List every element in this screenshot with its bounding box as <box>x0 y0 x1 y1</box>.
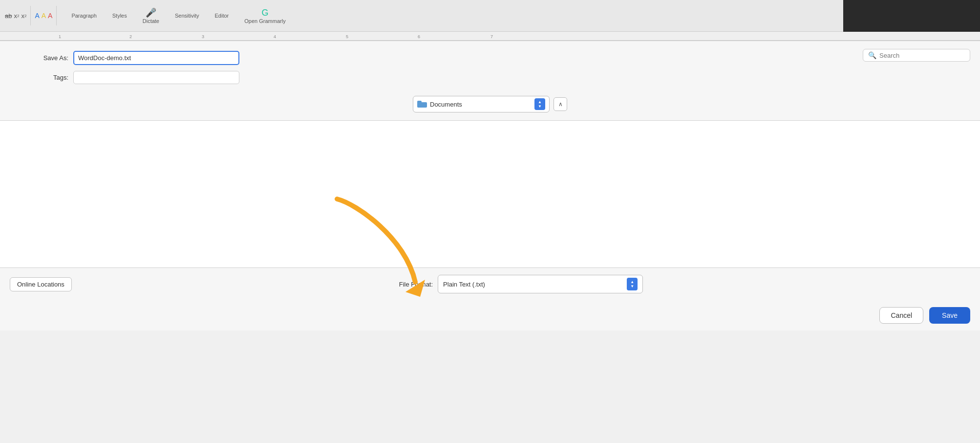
stepper-up-icon: ▲ <box>630 280 634 284</box>
font-color-icon[interactable]: A <box>35 12 39 20</box>
save-dialog: 🔍 Save As: Tags: Documents ▲ ▼ <box>0 41 980 331</box>
file-format-area: File Format: Plain Text (.txt) ▲ ▼ <box>72 275 970 293</box>
save-as-label: Save As: <box>20 54 68 62</box>
ruler-5: 5 <box>346 34 348 39</box>
styles-group[interactable]: Styles <box>109 11 130 21</box>
action-buttons: Cancel Save <box>0 300 980 331</box>
file-browser-area <box>0 121 980 267</box>
file-format-value: Plain Text (.txt) <box>443 281 627 288</box>
location-label: Documents <box>430 101 532 108</box>
dialog-bottom-bar: Online Locations File Format: Plain Text… <box>0 267 980 300</box>
file-format-select[interactable]: Plain Text (.txt) ▲ ▼ <box>438 275 643 293</box>
superscript-icon[interactable]: x2 <box>21 12 26 20</box>
highlight-icon[interactable]: A <box>42 12 46 20</box>
dark-panel <box>843 0 980 32</box>
subscript-icon[interactable]: x2 <box>14 12 19 20</box>
paragraph-label: Paragraph <box>71 13 96 19</box>
sensitivity-label: Sensitivity <box>175 13 199 19</box>
ruler: 1 2 3 4 5 6 7 <box>0 32 980 41</box>
editor-group[interactable]: Editor <box>212 11 232 21</box>
text-format-icons: ab x2 x2 A A A <box>5 6 59 25</box>
tags-row: Tags: <box>0 71 980 84</box>
sensitivity-group[interactable]: Sensitivity <box>172 11 202 21</box>
save-as-row: Save As: <box>0 51 980 65</box>
online-locations-button[interactable]: Online Locations <box>10 277 72 291</box>
stepper-up-icon: ▲ <box>538 100 542 104</box>
search-icon: 🔍 <box>868 51 876 59</box>
search-area: 🔍 <box>853 41 980 69</box>
location-stepper[interactable]: ▲ ▼ <box>534 98 545 110</box>
toolbar: ab x2 x2 A A A Paragraph Styles 🎤 Dictat… <box>0 0 980 32</box>
ruler-7: 7 <box>490 34 493 39</box>
save-button[interactable]: Save <box>929 307 970 324</box>
file-format-label: File Format: <box>399 281 433 288</box>
dictate-group[interactable]: 🎤 Dictate <box>140 5 162 26</box>
ruler-1: 1 <box>59 34 61 39</box>
tags-input[interactable] <box>73 71 239 84</box>
tags-label: Tags: <box>20 74 68 81</box>
expand-button[interactable]: ∧ <box>554 97 567 111</box>
separator2 <box>56 6 57 25</box>
location-row: Documents ▲ ▼ ∧ <box>0 90 980 120</box>
text-effects-icon[interactable]: A <box>48 12 52 20</box>
cancel-button[interactable]: Cancel <box>879 307 923 324</box>
dialog-top-section: 🔍 Save As: Tags: Documents ▲ ▼ <box>0 41 980 121</box>
ruler-6: 6 <box>418 34 420 39</box>
location-select[interactable]: Documents ▲ ▼ <box>413 96 550 112</box>
styles-label: Styles <box>112 13 127 19</box>
file-format-stepper[interactable]: ▲ ▼ <box>627 278 638 290</box>
dictate-label: Dictate <box>143 18 159 24</box>
ruler-4: 4 <box>274 34 276 39</box>
folder-icon <box>417 101 427 108</box>
ruler-2: 2 <box>129 34 132 39</box>
editor-label: Editor <box>215 13 229 19</box>
paragraph-group[interactable]: Paragraph <box>68 11 99 21</box>
stepper-down-icon: ▼ <box>630 285 634 288</box>
stepper-down-icon: ▼ <box>538 105 542 109</box>
grammarly-label: Open Grammarly <box>244 18 285 24</box>
grammarly-group[interactable]: G Open Grammarly <box>241 6 288 26</box>
search-input[interactable] <box>879 52 962 59</box>
separator <box>30 6 31 25</box>
search-box[interactable]: 🔍 <box>863 49 970 62</box>
save-as-input[interactable] <box>73 51 239 65</box>
ruler-3: 3 <box>202 34 204 39</box>
strikethrough-icon[interactable]: ab <box>5 12 12 20</box>
chevron-up-icon: ∧ <box>558 101 563 108</box>
